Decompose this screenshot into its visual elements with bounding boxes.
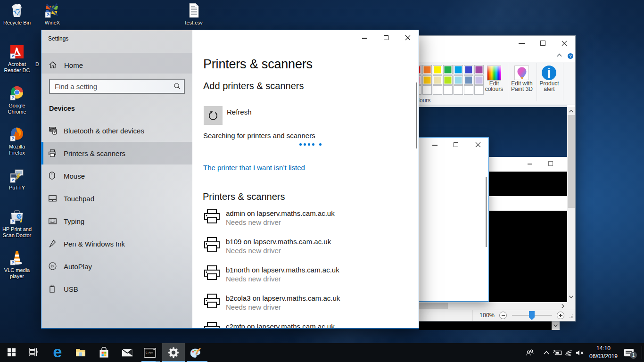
svg-text:hp: hp — [17, 214, 21, 218]
